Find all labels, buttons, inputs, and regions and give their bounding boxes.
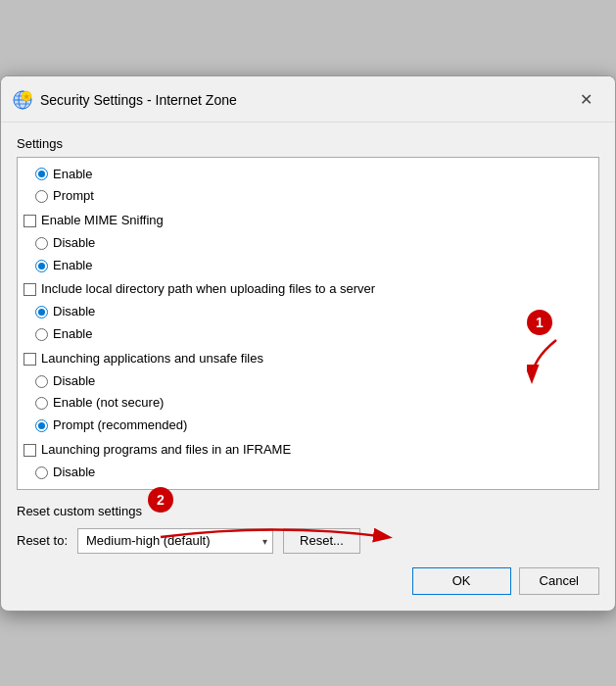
radio-disable-launch[interactable] — [35, 375, 48, 388]
item-label: Enable (not secure) — [53, 393, 164, 414]
reset-dropdown[interactable]: Low Medium-low Medium Medium-high (defau… — [77, 528, 273, 554]
checkbox-iframe[interactable] — [24, 444, 36, 457]
item-label: Enable (not secure) — [53, 485, 164, 490]
radio-prompt-1[interactable] — [35, 190, 48, 203]
item-label: Enable — [53, 256, 92, 276]
item-label: Prompt (recommended) — [53, 416, 187, 436]
list-item[interactable]: Disable — [18, 232, 598, 255]
item-label: Disable — [53, 371, 95, 392]
radio-prompt-launch[interactable] — [35, 419, 48, 432]
checkbox-mime[interactable] — [24, 215, 36, 227]
item-label: Disable — [53, 233, 95, 254]
item-label: Enable — [53, 324, 92, 345]
reset-section-title: Reset custom settings — [17, 504, 599, 518]
item-label: Enable MIME Sniffing — [41, 211, 164, 231]
title-bar-left: Security Settings - Internet Zone — [13, 90, 237, 110]
close-button[interactable]: ✕ — [572, 86, 599, 114]
list-item: Launching applications and unsafe files — [18, 348, 598, 370]
list-item[interactable]: Enable — [18, 164, 598, 186]
reset-row: Reset to: Low Medium-low Medium Medium-h… — [17, 528, 599, 554]
reset-button[interactable]: Reset... — [283, 528, 360, 554]
item-label: Launching programs and files in an IFRAM… — [41, 440, 291, 461]
item-label: Prompt — [53, 186, 94, 207]
item-label: Disable — [53, 302, 95, 322]
radio-enable-launch[interactable] — [35, 397, 48, 410]
radio-enable-mime[interactable] — [35, 260, 48, 272]
dropdown-wrapper[interactable]: Low Medium-low Medium Medium-high (defau… — [77, 528, 273, 554]
dialog-title: Security Settings - Internet Zone — [40, 92, 237, 108]
list-item[interactable]: Enable (not secure) — [18, 484, 598, 490]
list-item[interactable]: Prompt — [18, 185, 598, 208]
radio-enable-1[interactable] — [35, 168, 48, 180]
item-label: Disable — [53, 463, 95, 483]
list-item-prompt-recommended[interactable]: Prompt (recommended) — [18, 415, 598, 437]
radio-disable-local[interactable] — [35, 306, 48, 318]
list-item[interactable]: Enable — [18, 255, 598, 277]
app-icon — [13, 90, 32, 110]
reset-to-label: Reset to: — [17, 533, 68, 548]
list-item: Launching programs and files in an IFRAM… — [18, 439, 598, 462]
settings-section-label: Settings — [17, 136, 599, 151]
list-item: Include local directory path when upload… — [18, 278, 598, 301]
title-bar: Security Settings - Internet Zone ✕ — [1, 76, 615, 122]
security-settings-dialog: 1 2 — [0, 75, 616, 612]
radio-enable-local[interactable] — [35, 328, 48, 341]
radio-disable-mime[interactable] — [35, 237, 48, 250]
list-item[interactable]: Disable — [18, 462, 598, 484]
list-item[interactable]: Enable (not secure) — [18, 392, 598, 415]
settings-listbox[interactable]: Enable Prompt Enable MIME Sniffing Disab… — [17, 157, 599, 490]
list-item[interactable]: Enable — [18, 323, 598, 346]
bottom-buttons: OK Cancel — [17, 567, 599, 595]
item-label: Launching applications and unsafe files — [41, 349, 263, 369]
radio-enable-iframe[interactable] — [35, 489, 48, 490]
ok-button[interactable]: OK — [412, 567, 511, 595]
dialog-body: Settings Enable Prompt Enable MIME Sniff… — [1, 122, 615, 611]
list-item[interactable]: Disable — [18, 301, 598, 323]
item-label: Include local directory path when upload… — [41, 279, 375, 300]
cancel-button[interactable]: Cancel — [519, 567, 599, 595]
radio-disable-iframe[interactable] — [35, 466, 48, 479]
item-label: Enable — [53, 165, 92, 185]
checkbox-local-dir[interactable] — [24, 283, 36, 296]
list-item: Enable MIME Sniffing — [18, 210, 598, 232]
checkbox-launch-apps[interactable] — [24, 353, 36, 366]
reset-section: Reset custom settings Reset to: Low Medi… — [17, 504, 599, 595]
list-item[interactable]: Disable — [18, 370, 598, 393]
